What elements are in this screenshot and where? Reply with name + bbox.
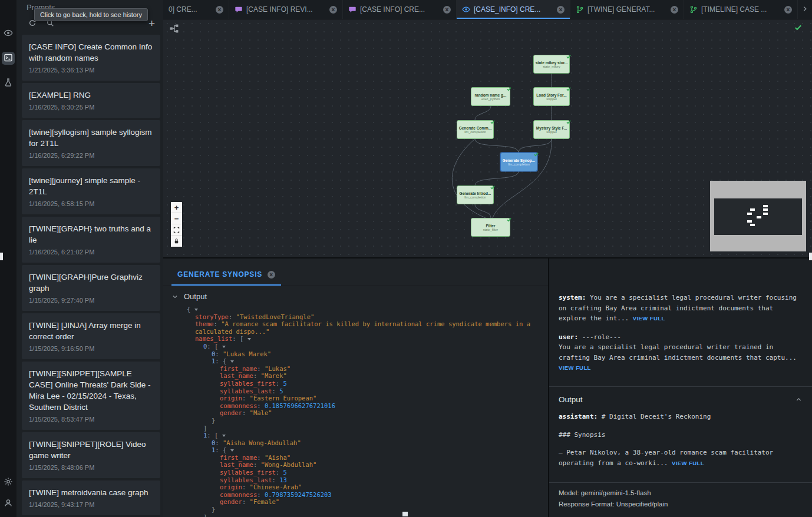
assistant-title-text: # Digital Deceit's Reckoning [602, 413, 711, 420]
assistant-role-label: assistant: [559, 413, 598, 420]
message-previews: system: You are a specialist legal proce… [549, 258, 812, 382]
app-window: Prompts [CASE INFO] Create Common Info w… [0, 0, 812, 517]
tab-label: [CASE_INFO] CRE... [474, 5, 553, 14]
prompt-timestamp: 1/21/2025, 3:36:13 PM [29, 67, 153, 74]
close-icon[interactable] [329, 6, 337, 14]
prompt-list-item[interactable]: [TWINE] metroidvania case graph1/14/2025… [22, 480, 160, 515]
json-output-tree[interactable]: {storyType: "TwistedLoveTriangle"theme: … [163, 303, 548, 517]
response-format-line: Response Format: Unspecified/plain [559, 499, 803, 510]
tab-timeline-case[interactable]: [TIMELINE] CASE ... [684, 0, 798, 19]
node-type: llm_completion [464, 130, 486, 134]
node-type: state_filter [483, 228, 498, 231]
graph-node-generate-common[interactable]: Generate Comm...llm_completion [457, 120, 494, 139]
right-splitter-handle[interactable] [809, 253, 812, 260]
prompt-list-item[interactable]: [TWINE] [JINJA] Array merge in correct o… [22, 313, 160, 359]
minimap-node-mark [763, 213, 768, 215]
graph-node-generate-synopsis[interactable]: Generate Synop...llm_completion [500, 153, 537, 171]
bottom-splitter-handle[interactable] [402, 512, 408, 516]
close-icon[interactable] [443, 6, 451, 14]
add-prompt-button[interactable] [148, 18, 155, 29]
close-icon[interactable] [216, 6, 223, 14]
prompt-list-item[interactable]: [TWINE][SNIPPET][SAMPLE CASE] Online Thr… [22, 362, 160, 430]
prompt-list-item[interactable]: [twine][journey] simple sample - 2T1L1/1… [22, 168, 160, 214]
graph-node-load-story[interactable]: Load Story For...snippet [533, 87, 570, 106]
settings-rail-button[interactable] [2, 476, 15, 489]
prompt-title: [twine][syllogism] sample syllogism for … [29, 127, 153, 149]
prompt-list-item[interactable]: [EXAMPLE] RNG1/16/2025, 8:30:25 PM [22, 83, 160, 118]
view-full-link[interactable]: VIEW FULL [559, 364, 591, 371]
zoom-out-button[interactable] [171, 213, 182, 224]
output-collapse-toggle[interactable]: Output [163, 286, 548, 303]
graph-node-random-name[interactable]: random name g...exec_python [471, 87, 510, 106]
output-section-label: Output [559, 395, 583, 405]
saved-check-icon [794, 23, 803, 34]
node-title: random name g... [475, 93, 507, 97]
flow-canvas[interactable]: state mikey stor...state_mikey random na… [163, 19, 812, 257]
account-rail-button[interactable] [2, 497, 15, 510]
tab-bar: 0] CRE... [CASE INFO] REVI... [CASE INFO… [163, 0, 812, 19]
node-type: state_mikey [543, 65, 560, 68]
user-message: user: ---role---You are a specialist leg… [559, 332, 803, 373]
prompt-list-item[interactable]: [TWINE][GRAPH} two truths and a lie1/16/… [22, 217, 160, 263]
system-message: system: You are a specialist legal proce… [559, 293, 803, 324]
graph-node-generate-introduction[interactable]: Generate Introd...llm_completion [457, 185, 494, 204]
run-inspector-panel: system: You are a specialist legal proce… [548, 258, 812, 517]
tab-label: [CASE INFO] REVI... [246, 5, 326, 14]
prompt-timestamp: 1/16/2025, 6:29:22 PM [29, 152, 153, 159]
chat-icon [235, 5, 243, 14]
prompt-list-item[interactable]: [TWINE][SNIPPET][ROLE] Video game writer… [22, 432, 160, 478]
left-splitter-handle[interactable] [0, 253, 3, 260]
eye-icon [462, 5, 470, 14]
assistant-heading-line: ### Synopsis [559, 430, 803, 440]
close-icon[interactable] [557, 6, 565, 14]
fit-view-button[interactable] [171, 224, 182, 236]
experiments-rail-button[interactable] [2, 77, 15, 90]
view-full-link[interactable]: VIEW FULL [672, 460, 704, 466]
prompt-timestamp: 1/16/2025, 8:30:25 PM [29, 104, 153, 111]
tab-case-info-review[interactable]: [CASE INFO] REVI... [229, 0, 343, 19]
auto-layout-button[interactable] [169, 24, 179, 35]
assistant-title-line: assistant: # Digital Deceit's Reckoning [559, 412, 803, 422]
graph-node-filter[interactable]: Filterstate_filter [471, 218, 510, 237]
tab-twine-generate[interactable]: [TWINE] GENERAT... [570, 0, 684, 19]
prompt-title: [TWINE][SNIPPET][SAMPLE CASE] Online Thr… [29, 368, 153, 413]
tab-generate-synopsis-result[interactable]: GENERATE SYNOPSIS [171, 270, 281, 286]
prompt-list: [CASE INFO] Create Common Info with rand… [16, 33, 163, 517]
chat-icon [348, 5, 357, 14]
minimap-node-mark [747, 213, 752, 215]
tab-case-info-create-truncated[interactable]: 0] CRE... [163, 0, 229, 19]
viewer-rail-button[interactable] [2, 27, 15, 40]
tab-case-info-create[interactable]: [CASE INFO] CRE... [343, 0, 457, 19]
graph-node-state-mikey[interactable]: state mikey stor...state_mikey [533, 55, 570, 74]
view-full-link[interactable]: VIEW FULL [633, 315, 665, 322]
user-message-text: You are a specialist legal procedural wr… [559, 343, 797, 362]
prompt-list-item[interactable]: [CASE INFO] Create Common Info with rand… [22, 35, 160, 81]
prompt-title: [CASE INFO] Create Common Info with rand… [29, 41, 153, 64]
tab-label: [TIMELINE] CASE ... [701, 5, 781, 14]
chevron-up-icon[interactable] [795, 396, 803, 403]
node-title: Generate Introd... [460, 191, 491, 195]
close-icon[interactable] [784, 6, 792, 14]
tab-scroll-right-button[interactable] [798, 0, 812, 19]
chevron-down-icon [171, 293, 179, 300]
tab-case-info-create-active[interactable]: [CASE_INFO] CRE... [457, 0, 570, 19]
system-message-text: You are a specialist legal procedural wr… [559, 294, 797, 322]
node-title: Generate Synop... [503, 158, 535, 163]
node-check-icon [566, 52, 572, 61]
graph-node-mystery-style[interactable]: Mystery Style F...snippet [533, 120, 570, 139]
prompts-rail-button[interactable] [2, 52, 15, 65]
assistant-message: assistant: # Digital Deceit's Reckoning … [549, 407, 812, 482]
lock-button[interactable] [171, 236, 182, 247]
prompt-title: [twine][journey] simple sample - 2T1L [29, 175, 153, 197]
minimap-node-mark [763, 205, 768, 207]
prompts-panel: Prompts [CASE INFO] Create Common Info w… [16, 0, 163, 517]
prompt-list-item[interactable]: [TWINE][GRAPH]Pure Graphviz graph1/15/20… [22, 265, 160, 311]
branch-icon [689, 5, 698, 14]
close-icon[interactable] [268, 271, 275, 279]
user-role-label: user: [559, 333, 578, 341]
node-check-icon [566, 85, 572, 94]
prompt-list-item[interactable]: [twine][syllogism] sample syllogism for … [22, 120, 160, 166]
minimap[interactable] [710, 181, 806, 251]
close-icon[interactable] [671, 6, 678, 14]
zoom-in-button[interactable] [171, 202, 182, 213]
